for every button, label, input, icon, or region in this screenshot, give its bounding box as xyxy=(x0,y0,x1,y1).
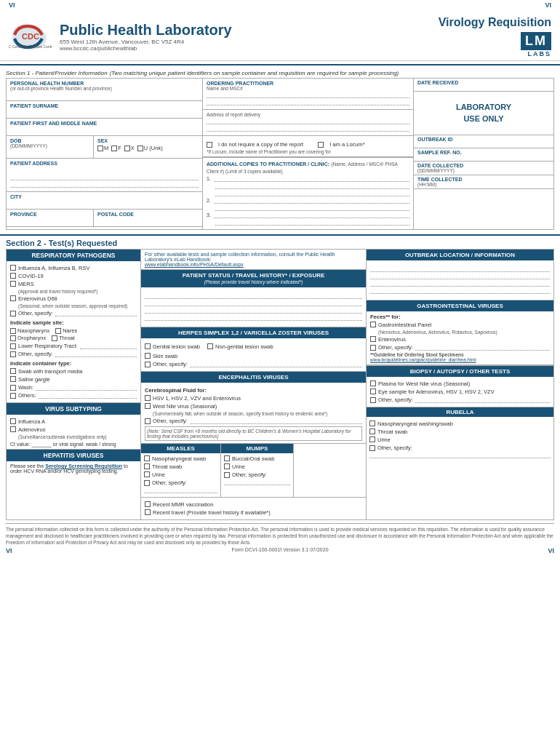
swab-transport-checkbox[interactable] xyxy=(10,368,16,374)
recent-travel-label: Recent travel (Provide travel history if… xyxy=(153,509,271,516)
locum-checkbox[interactable] xyxy=(318,141,324,148)
respiratory-body: Influenza A, Influenza B, RSV COVID-19 M… xyxy=(7,261,140,402)
measles-urine-item: Urine xyxy=(144,471,217,478)
throat-checkbox[interactable] xyxy=(52,335,57,341)
oropharynx-checkbox[interactable] xyxy=(10,335,16,341)
genital-lesion-item: Genital lesion swab xyxy=(145,343,200,350)
sample-site-section: Indicate sample site: Nasopharynx Nares xyxy=(10,319,137,357)
dob-label: DOB xyxy=(10,138,89,143)
gastro-panel-checkbox[interactable] xyxy=(370,322,376,327)
sample-ref-label: SAMPLE REF. NO. xyxy=(417,150,550,155)
rubella-throat-checkbox[interactable] xyxy=(369,429,375,434)
measles-throat-checkbox[interactable] xyxy=(144,463,150,469)
mumps-other-checkbox[interactable] xyxy=(224,472,230,478)
resp-other-checkbox[interactable] xyxy=(10,311,16,316)
mmr-vaccination-item: Recent MMR vaccination xyxy=(145,501,362,508)
biopsy-other-specify: Other, specify: xyxy=(370,397,550,403)
elab-url: www.elabhandbook.info/PHSA/Default.aspx xyxy=(145,262,244,267)
hepatitis-link[interactable]: Serology Screening Requisition xyxy=(45,463,122,469)
recent-travel-checkbox[interactable] xyxy=(145,509,151,515)
others-checkbox[interactable] xyxy=(10,393,16,399)
section1-subtitle: (Two matching unique patient identifiers… xyxy=(109,70,399,76)
skin-swab-checkbox[interactable] xyxy=(145,353,151,359)
patient-col-left: PERSONAL HEALTH NUMBER (or out-of-provin… xyxy=(7,79,203,229)
non-genital-checkbox[interactable] xyxy=(207,343,213,349)
herpes-other-checkbox[interactable] xyxy=(145,362,151,367)
influenza-a-sub-checkbox[interactable] xyxy=(10,418,16,424)
entero-checkbox[interactable] xyxy=(10,295,16,301)
plasma-west-nile-item: Plasma for West Nile virus (Seasonal) xyxy=(370,381,550,387)
footer-vi-row: VI Form DCVI-100-0001f Version 3.1 07/20… xyxy=(0,546,560,556)
outbreak-id-label: OUTBREAK ID xyxy=(417,137,550,142)
mumps-other-specify: Other, specify: xyxy=(224,471,290,478)
patient-status-header: PATIENT STATUS / TRAVEL HISTORY* / EXPOS… xyxy=(141,270,366,287)
enterovirus-gastro-checkbox[interactable] xyxy=(370,336,376,342)
gastro-other-checkbox[interactable] xyxy=(370,345,376,351)
gastro-panel-label: Gastrointestinal Panel xyxy=(378,322,431,328)
genital-lesion-checkbox[interactable] xyxy=(145,343,151,349)
covid-checkbox[interactable] xyxy=(10,273,16,279)
lab-use-only-box: LABORATORYUSE ONLY xyxy=(414,92,553,135)
measles-other-checkbox[interactable] xyxy=(144,480,150,486)
rubella-nasal-checkbox[interactable] xyxy=(369,421,375,426)
adenovirus-item: Adenovirus xyxy=(10,426,137,433)
enceph-other-checkbox[interactable] xyxy=(145,418,151,424)
outbreak-body xyxy=(367,260,553,300)
no-copy-label: I do not require a copy of the report xyxy=(218,141,303,148)
mmr-vaccination-checkbox[interactable] xyxy=(145,501,151,507)
nasopharynx-checkbox[interactable] xyxy=(10,328,16,334)
plasma-west-nile-label: Plasma for West Nile virus (Seasonal) xyxy=(378,381,470,387)
patient-col-mid: ORDERING PRACTITIONER Name and MSC# Addr… xyxy=(203,79,414,229)
rubella-body: Nasopharyngeal washing/swab Throat swab … xyxy=(367,417,553,462)
measles-other-label: Other, specify: xyxy=(152,479,187,486)
rubella-urine-checkbox[interactable] xyxy=(369,437,375,442)
header-website: www.bccdc.ca/publichealthlab xyxy=(60,45,439,52)
adenovirus-checkbox[interactable] xyxy=(10,426,16,432)
dob-format: (DD/MMM/YYYY) xyxy=(10,143,89,148)
rubella-throat-item: Throat swab xyxy=(369,429,551,435)
mers-checkbox[interactable] xyxy=(10,281,16,287)
gastro-other-specify: Other, specify: xyxy=(370,344,550,351)
wash-checkbox[interactable] xyxy=(10,385,16,391)
ordering-label: ORDERING PRACTITIONER xyxy=(207,81,409,86)
copy-row: I do not require a copy of the report I … xyxy=(207,141,409,148)
time-collected-label: TIME COLLECTED xyxy=(417,177,550,182)
enterovirus-gastro-item: Enterovirus xyxy=(370,336,550,343)
container-type-section: Indicate container type: Swab with trans… xyxy=(10,360,137,399)
plasma-west-nile-checkbox[interactable] xyxy=(370,381,376,386)
saline-gargle-checkbox[interactable] xyxy=(10,376,16,382)
nares-checkbox[interactable] xyxy=(55,328,61,334)
eye-adeno-checkbox[interactable] xyxy=(370,389,376,394)
skin-swab-label: Skin swab xyxy=(153,353,177,359)
influenza-checkbox[interactable] xyxy=(10,265,16,271)
mmr-bottom-row: Recent MMR vaccination Recent travel (Pr… xyxy=(141,497,366,519)
measles-nasal-checkbox[interactable] xyxy=(144,455,150,461)
rubella-nasal-item: Nasopharyngeal washing/swab xyxy=(369,421,551,427)
no-copy-checkbox[interactable] xyxy=(207,141,212,148)
subtyping-header: VIRUS SUBTYPING xyxy=(7,402,140,415)
sex-options: M F X U (Unk) xyxy=(97,145,199,151)
rubella-other-checkbox[interactable] xyxy=(369,445,375,451)
sex-f: F xyxy=(111,145,121,151)
svg-text:CDC: CDC xyxy=(22,32,39,41)
measles-urine-checkbox[interactable] xyxy=(144,471,150,477)
header-center: Public Health Laboratory 655 West 12th A… xyxy=(52,22,439,52)
measles-other-specify: Other, specify: xyxy=(144,479,217,486)
lm-logo: LM LABS xyxy=(439,32,551,57)
guideline-link[interactable]: www.bcguidelines.ca/gpac/guideline_diarr… xyxy=(370,357,476,362)
svg-text:BC Centre for Disease Control: BC Centre for Disease Control xyxy=(9,44,52,49)
lab-use-text: LABORATORYUSE ONLY xyxy=(456,102,511,124)
biopsy-other-checkbox[interactable] xyxy=(370,397,376,403)
herpes-other-label: Other, specify: xyxy=(153,361,188,367)
mumps-buccal-checkbox[interactable] xyxy=(224,455,230,461)
west-nile-checkbox[interactable] xyxy=(145,403,151,409)
lower-resp-checkbox[interactable] xyxy=(10,343,16,349)
site-other-checkbox[interactable] xyxy=(10,351,16,357)
hsv-entero-checkbox[interactable] xyxy=(145,395,151,401)
measles-urine-label: Urine xyxy=(152,471,165,478)
nasopharynx-nares-row: Nasopharynx Nares xyxy=(10,327,137,334)
page-header: CDC BC Centre for Disease Control Public… xyxy=(0,10,560,61)
footer: The personal information collected on th… xyxy=(6,523,554,546)
enceph-other-specify: Other, specify: xyxy=(145,418,362,424)
mumps-urine-checkbox[interactable] xyxy=(224,463,230,469)
